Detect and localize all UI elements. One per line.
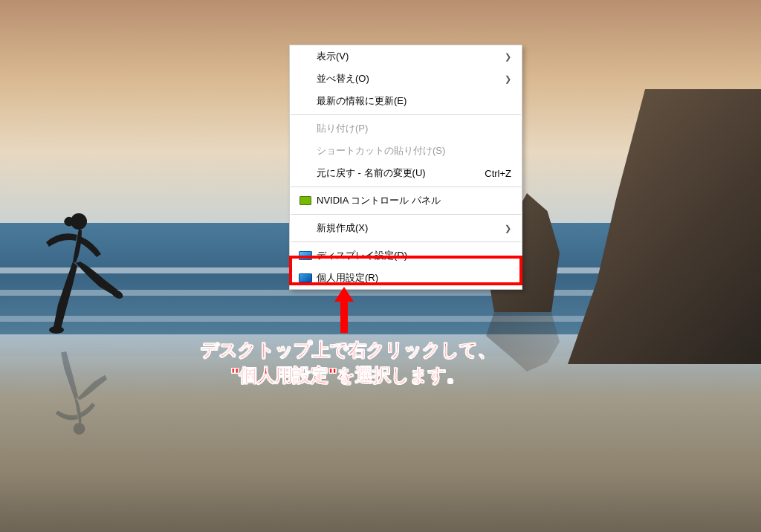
menu-label: ショートカットの貼り付け(S) xyxy=(317,144,511,158)
display-icon xyxy=(297,249,314,262)
menu-icon-slot xyxy=(297,94,314,108)
annotation-line-1: デスクトップ上で右クリックして、 xyxy=(147,337,548,363)
menu-label: 最新の情報に更新(E) xyxy=(317,94,511,108)
menu-label: 個人用設定(R) xyxy=(317,271,511,285)
menu-label: 表示(V) xyxy=(317,50,504,63)
wallpaper-runner xyxy=(36,208,125,342)
menu-icon-slot xyxy=(297,50,314,63)
menu-label: 元に戻す - 名前の変更(U) xyxy=(317,166,485,180)
menu-item-personalize[interactable]: 個人用設定(R) xyxy=(290,267,522,289)
menu-item-new[interactable]: 新規作成(X) ❯ xyxy=(290,217,522,239)
menu-item-paste-shortcut: ショートカットの貼り付け(S) xyxy=(290,140,522,162)
menu-label: 貼り付け(P) xyxy=(317,122,511,135)
chevron-right-icon: ❯ xyxy=(504,52,511,62)
menu-label: ディスプレイ設定(D) xyxy=(317,249,511,262)
menu-icon-slot xyxy=(297,72,314,85)
menu-icon-slot xyxy=(297,144,314,158)
annotation-line-2: "個人用設定"を選択します。 xyxy=(147,363,548,388)
chevron-right-icon: ❯ xyxy=(504,224,511,233)
nvidia-icon xyxy=(297,194,314,207)
menu-label: 並べ替え(O) xyxy=(317,72,504,85)
menu-label: NVIDIA コントロール パネル xyxy=(317,194,511,207)
menu-label: 新規作成(X) xyxy=(317,221,504,235)
chevron-right-icon: ❯ xyxy=(504,74,511,84)
menu-separator xyxy=(291,186,521,187)
menu-item-undo-rename[interactable]: 元に戻す - 名前の変更(U) Ctrl+Z xyxy=(290,162,522,184)
menu-item-view[interactable]: 表示(V) ❯ xyxy=(290,45,522,68)
svg-point-1 xyxy=(49,326,64,334)
menu-item-sort[interactable]: 並べ替え(O) ❯ xyxy=(290,68,522,90)
menu-icon-slot xyxy=(297,122,314,135)
svg-point-3 xyxy=(74,423,85,435)
annotation-text: デスクトップ上で右クリックして、 "個人用設定"を選択します。 xyxy=(147,337,548,387)
menu-separator xyxy=(291,114,521,115)
menu-item-refresh[interactable]: 最新の情報に更新(E) xyxy=(290,90,522,112)
menu-item-nvidia[interactable]: NVIDIA コントロール パネル xyxy=(290,189,522,212)
menu-separator xyxy=(291,214,521,215)
wallpaper-runner-reflection xyxy=(36,342,125,438)
desktop-context-menu: 表示(V) ❯ 並べ替え(O) ❯ 最新の情報に更新(E) 貼り付け(P) ショ… xyxy=(289,45,522,290)
menu-separator xyxy=(291,241,521,242)
annotation-arrow-icon xyxy=(334,287,354,333)
menu-item-paste: 貼り付け(P) xyxy=(290,117,522,140)
menu-item-display-settings[interactable]: ディスプレイ設定(D) xyxy=(290,244,522,267)
menu-icon-slot xyxy=(297,221,314,235)
personalize-icon xyxy=(297,271,314,285)
menu-shortcut: Ctrl+Z xyxy=(485,168,511,179)
svg-point-0 xyxy=(71,213,87,230)
menu-icon-slot xyxy=(297,166,314,180)
